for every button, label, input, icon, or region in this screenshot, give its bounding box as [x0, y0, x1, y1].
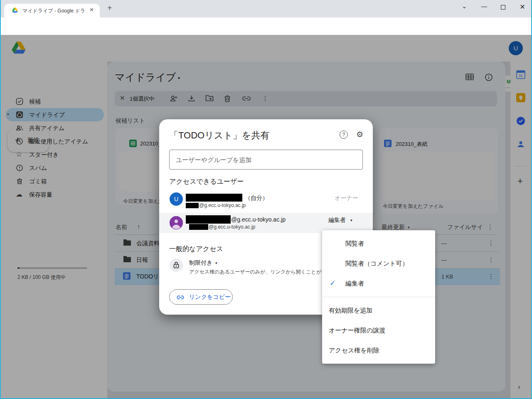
menu-action-transfer-ownership[interactable]: オーナー権限の譲渡: [322, 320, 435, 340]
owner-avatar: U: [170, 192, 183, 206]
add-people-input[interactable]: [169, 150, 363, 170]
owner-role-label: オーナー: [335, 195, 358, 202]
dialog-settings-icon[interactable]: ⚙: [356, 130, 363, 139]
user-email-suffix: @g.ecc.u-tokyo.ac.jp: [209, 224, 255, 230]
link-icon: [176, 294, 185, 301]
menu-action-label: 有効期限を追加: [329, 307, 372, 315]
address-bar: ← → drive.google.com/drive/my-drive ☆ U …: [0, 17, 532, 35]
general-access-title: 一般的なアクセス: [169, 245, 223, 254]
menu-action-label: オーナー権限の譲渡: [329, 327, 385, 335]
copy-link-button[interactable]: リンクをコピー: [169, 289, 233, 305]
user-name-suffix: @g.ecc.u-tokyo.ac.jp: [231, 216, 286, 223]
dialog-help-icon[interactable]: ?: [340, 131, 348, 139]
self-label: （自分）: [245, 195, 268, 202]
tab-strip: マイドライブ - Google ドライブ ✕ + ⌄ — ✕: [0, 0, 532, 17]
user-avatar: [170, 216, 183, 229]
redacted-email: [189, 224, 208, 230]
role-caret-icon[interactable]: ▾: [350, 218, 352, 222]
restricted-avatar: [170, 259, 183, 272]
redacted-name: [186, 215, 231, 224]
window-close-button[interactable]: ✕: [516, 3, 529, 11]
menu-option-editor[interactable]: ✓ 編集者: [322, 273, 435, 293]
menu-divider: [322, 297, 435, 297]
people-section-title: アクセスできるユーザー: [169, 177, 244, 186]
menu-action-label: アクセス権を削除: [329, 347, 379, 355]
menu-option-viewer[interactable]: 閲覧者: [322, 234, 435, 254]
user-row-owner[interactable]: U （自分） @g.ecc.u-tokyo.ac.jp オーナー: [159, 191, 373, 212]
tab-title: マイドライブ - Google ドライブ: [22, 7, 85, 15]
window-minimize-button[interactable]: —: [478, 3, 490, 10]
drive-favicon: [12, 7, 18, 14]
new-tab-button[interactable]: +: [107, 3, 112, 13]
window-border: [0, 0, 1, 399]
redacted-email: [186, 203, 199, 208]
browser-tab[interactable]: マイドライブ - Google ドライブ ✕: [4, 4, 100, 17]
menu-action-remove-access[interactable]: アクセス権を削除: [322, 340, 435, 360]
role-menu: 閲覧者 閲覧者（コメント可） ✓ 編集者 有効期限を追加 オーナー権限の譲渡 ア…: [322, 230, 435, 364]
tab-close-icon[interactable]: ✕: [89, 7, 94, 13]
tab-search-icon[interactable]: ⌄: [458, 3, 470, 10]
menu-option-label: 閲覧者（コメント可）: [345, 260, 408, 268]
dialog-title: 「TODOリスト」を共有: [169, 129, 269, 142]
menu-action-add-expiration[interactable]: 有効期限を追加: [322, 300, 435, 320]
role-dropdown-button[interactable]: 編集者: [328, 217, 346, 224]
window-maximize-button[interactable]: [501, 5, 505, 10]
menu-option-label: 閲覧者: [345, 240, 364, 248]
lock-icon: [173, 261, 179, 268]
menu-option-label: 編集者: [345, 280, 364, 288]
check-icon: ✓: [330, 279, 335, 288]
browser-window: マイドライブ - Google ドライブ ✕ + ⌄ — ✕ ← → drive…: [0, 0, 532, 399]
menu-option-commenter[interactable]: 閲覧者（コメント可）: [322, 254, 435, 273]
access-level-dropdown[interactable]: 制限付き: [189, 259, 212, 267]
copy-link-label: リンクをコピー: [189, 293, 231, 301]
owner-email-suffix: @g.ecc.u-tokyo.ac.jp: [199, 202, 246, 208]
access-caret-icon[interactable]: ▾: [215, 261, 217, 265]
redacted-name: [186, 194, 242, 202]
